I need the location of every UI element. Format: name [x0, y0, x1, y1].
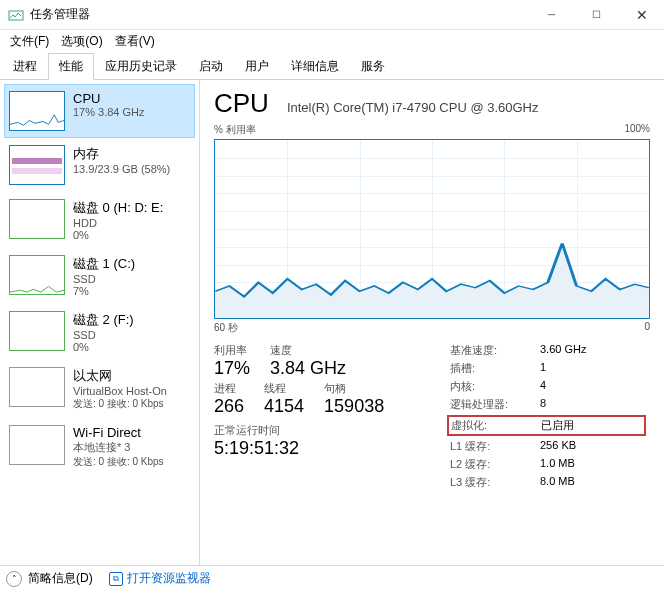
- sidebar-disk0-val: 0%: [73, 229, 163, 241]
- sidebar-eth-name: 以太网: [73, 367, 167, 385]
- tab-performance[interactable]: 性能: [48, 53, 94, 80]
- tab-services[interactable]: 服务: [350, 53, 396, 80]
- tab-details[interactable]: 详细信息: [280, 53, 350, 80]
- chevron-up-icon[interactable]: ˄: [6, 571, 22, 587]
- val-l3: 8.0 MB: [540, 475, 650, 490]
- footer: ˄ 简略信息(D) ⧉ 打开资源监视器: [0, 565, 664, 591]
- chart-label-top-left: % 利用率: [214, 123, 256, 137]
- val-utilization: 17%: [214, 358, 250, 379]
- lbl-speed: 速度: [270, 343, 346, 358]
- lbl-sockets: 插槽:: [450, 361, 540, 376]
- menu-view[interactable]: 查看(V): [109, 31, 161, 52]
- memory-thumb-icon: [9, 145, 65, 185]
- disk2-thumb-icon: [9, 311, 65, 351]
- tab-processes[interactable]: 进程: [2, 53, 48, 80]
- sidebar-disk2-sub: SSD: [73, 329, 134, 341]
- lbl-base-speed: 基准速度:: [450, 343, 540, 358]
- sidebar-disk2-val: 0%: [73, 341, 134, 353]
- lbl-virtualization: 虚拟化:: [451, 418, 541, 433]
- close-button[interactable]: ✕: [619, 0, 664, 30]
- sidebar-eth-val: 发送: 0 接收: 0 Kbps: [73, 397, 167, 411]
- val-processes: 266: [214, 396, 244, 417]
- page-title: CPU: [214, 88, 269, 119]
- val-virtualization: 已启用: [541, 418, 642, 433]
- tab-startup[interactable]: 启动: [188, 53, 234, 80]
- val-speed: 3.84 GHz: [270, 358, 346, 379]
- val-cores: 4: [540, 379, 650, 394]
- chart-label-bottom-right: 0: [644, 321, 650, 335]
- open-resource-monitor-link[interactable]: ⧉ 打开资源监视器: [109, 570, 211, 587]
- maximize-button[interactable]: ☐: [574, 0, 619, 30]
- sidebar-item-cpu[interactable]: CPU 17% 3.84 GHz: [4, 84, 195, 138]
- val-logical: 8: [540, 397, 650, 412]
- val-uptime: 5:19:51:32: [214, 438, 450, 459]
- tab-bar: 进程 性能 应用历史记录 启动 用户 详细信息 服务: [0, 52, 664, 80]
- sidebar-disk0-sub: HDD: [73, 217, 163, 229]
- val-sockets: 1: [540, 361, 650, 376]
- sidebar-item-disk2[interactable]: 磁盘 2 (F:) SSD 0%: [4, 304, 195, 360]
- main-panel: CPU Intel(R) Core(TM) i7-4790 CPU @ 3.60…: [200, 80, 664, 565]
- sidebar-cpu-name: CPU: [73, 91, 145, 106]
- sidebar-item-ethernet[interactable]: 以太网 VirtualBox Host-On 发送: 0 接收: 0 Kbps: [4, 360, 195, 418]
- chart-label-top-right: 100%: [624, 123, 650, 137]
- lbl-l3: L3 缓存:: [450, 475, 540, 490]
- minimize-button[interactable]: ─: [529, 0, 574, 30]
- val-base-speed: 3.60 GHz: [540, 343, 650, 358]
- sidebar-item-disk0[interactable]: 磁盘 0 (H: D: E: HDD 0%: [4, 192, 195, 248]
- lbl-threads: 线程: [264, 381, 304, 396]
- menu-file[interactable]: 文件(F): [4, 31, 55, 52]
- val-threads: 4154: [264, 396, 304, 417]
- disk0-thumb-icon: [9, 199, 65, 239]
- disk1-thumb-icon: [9, 255, 65, 295]
- lbl-uptime: 正常运行时间: [214, 423, 450, 438]
- lbl-l2: L2 缓存:: [450, 457, 540, 472]
- svg-marker-1: [215, 243, 649, 318]
- lbl-l1: L1 缓存:: [450, 439, 540, 454]
- sidebar-disk1-val: 7%: [73, 285, 135, 297]
- sidebar-disk1-name: 磁盘 1 (C:): [73, 255, 135, 273]
- cpu-specs: 基准速度:3.60 GHz 插槽:1 内核:4 逻辑处理器:8 虚拟化:已启用 …: [450, 343, 650, 493]
- lbl-cores: 内核:: [450, 379, 540, 394]
- sidebar-disk2-name: 磁盘 2 (F:): [73, 311, 134, 329]
- open-resource-monitor-label: 打开资源监视器: [127, 570, 211, 587]
- sidebar: CPU 17% 3.84 GHz 内存 13.9/23.9 GB (58%) 磁…: [0, 80, 200, 565]
- sidebar-disk1-sub: SSD: [73, 273, 135, 285]
- sidebar-wifi-name: Wi-Fi Direct: [73, 425, 164, 440]
- menu-bar: 文件(F) 选项(O) 查看(V): [0, 30, 664, 52]
- sidebar-eth-sub: VirtualBox Host-On: [73, 385, 167, 397]
- sidebar-item-wifi[interactable]: Wi-Fi Direct 本地连接* 3 发送: 0 接收: 0 Kbps: [4, 418, 195, 476]
- sidebar-wifi-sub: 本地连接* 3: [73, 440, 164, 455]
- cpu-thumb-icon: [9, 91, 65, 131]
- tab-users[interactable]: 用户: [234, 53, 280, 80]
- sidebar-memory-sub: 13.9/23.9 GB (58%): [73, 163, 170, 175]
- tab-app-history[interactable]: 应用历史记录: [94, 53, 188, 80]
- title-bar: 任务管理器 ─ ☐ ✕: [0, 0, 664, 30]
- sidebar-wifi-val: 发送: 0 接收: 0 Kbps: [73, 455, 164, 469]
- sidebar-item-memory[interactable]: 内存 13.9/23.9 GB (58%): [4, 138, 195, 192]
- sidebar-disk0-name: 磁盘 0 (H: D: E:: [73, 199, 163, 217]
- cpu-utilization-chart[interactable]: [214, 139, 650, 319]
- fewer-details-link[interactable]: 简略信息(D): [28, 570, 93, 587]
- sidebar-cpu-sub: 17% 3.84 GHz: [73, 106, 145, 118]
- cpu-model: Intel(R) Core(TM) i7-4790 CPU @ 3.60GHz: [287, 100, 539, 115]
- resource-monitor-icon: ⧉: [109, 572, 123, 586]
- sidebar-item-disk1[interactable]: 磁盘 1 (C:) SSD 7%: [4, 248, 195, 304]
- lbl-processes: 进程: [214, 381, 244, 396]
- val-l1: 256 KB: [540, 439, 650, 454]
- sidebar-memory-name: 内存: [73, 145, 170, 163]
- menu-options[interactable]: 选项(O): [55, 31, 108, 52]
- wifi-thumb-icon: [9, 425, 65, 465]
- window-title: 任务管理器: [30, 6, 529, 23]
- lbl-utilization: 利用率: [214, 343, 250, 358]
- chart-label-bottom-left: 60 秒: [214, 321, 238, 335]
- app-icon: [8, 7, 24, 23]
- val-handles: 159038: [324, 396, 384, 417]
- ethernet-thumb-icon: [9, 367, 65, 407]
- lbl-handles: 句柄: [324, 381, 384, 396]
- lbl-logical: 逻辑处理器:: [450, 397, 540, 412]
- val-l2: 1.0 MB: [540, 457, 650, 472]
